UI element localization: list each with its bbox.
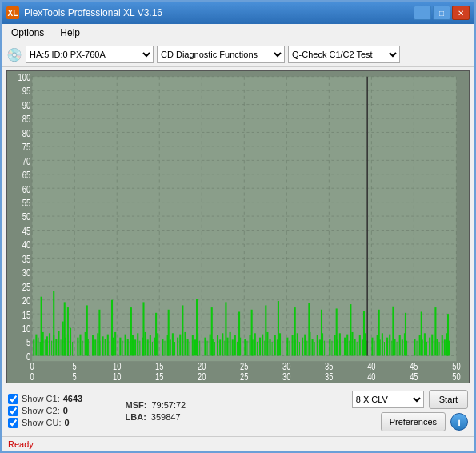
svg-rect-105: [92, 335, 94, 355]
svg-text:35: 35: [325, 371, 333, 382]
status-text: Ready: [8, 439, 34, 449]
start-button[interactable]: Start: [429, 390, 468, 409]
svg-rect-197: [297, 333, 298, 355]
show-c2-checkbox[interactable]: [8, 406, 18, 416]
info-button[interactable]: i: [450, 413, 468, 431]
svg-rect-90: [62, 322, 64, 356]
svg-text:30: 30: [282, 361, 290, 371]
svg-rect-194: [289, 341, 290, 356]
svg-rect-205: [317, 335, 318, 355]
show-cu-value: 0: [65, 418, 97, 427]
svg-rect-245: [406, 341, 407, 356]
svg-text:40: 40: [367, 361, 375, 371]
pref-info-row: Preferences i: [381, 412, 468, 431]
svg-rect-85: [51, 341, 52, 356]
svg-rect-173: [238, 311, 240, 355]
svg-rect-89: [61, 339, 62, 355]
window-controls: — □ ✕: [414, 6, 470, 20]
msf-label: MSF:: [126, 400, 147, 410]
show-c1-checkbox[interactable]: [8, 394, 18, 404]
svg-rect-204: [314, 342, 315, 355]
svg-rect-175: [246, 341, 247, 356]
device-select[interactable]: HA:5 ID:0 PX-760A: [26, 46, 154, 63]
speed-select[interactable]: Max CLV1 X CLV2 X CLV4 X CLV8 X CLV16 X …: [352, 391, 424, 408]
svg-rect-264: [421, 311, 422, 355]
svg-text:55: 55: [22, 198, 30, 208]
svg-rect-169: [237, 342, 238, 355]
svg-rect-128: [145, 332, 146, 356]
svg-rect-162: [219, 339, 221, 355]
close-button[interactable]: ✕: [452, 6, 470, 20]
svg-rect-266: [447, 314, 449, 355]
svg-rect-239: [391, 341, 392, 356]
svg-rect-133: [157, 333, 158, 355]
svg-rect-246: [378, 310, 380, 356]
right-controls: Max CLV1 X CLV2 X CLV4 X CLV8 X CLV16 X …: [352, 390, 468, 431]
svg-rect-155: [196, 299, 198, 355]
svg-rect-228: [336, 308, 338, 355]
svg-text:80: 80: [22, 128, 30, 138]
svg-rect-140: [170, 339, 171, 355]
svg-rect-230: [363, 311, 365, 355]
chart-area: 100 95 90 85 80 75 70 65 60 55 50 45 40 …: [6, 70, 470, 383]
show-c1-group: Show C1: 4643: [8, 394, 97, 404]
svg-text:0: 0: [30, 371, 34, 382]
svg-rect-168: [234, 335, 236, 355]
svg-rect-109: [102, 336, 104, 355]
stats-row: Show C1: 4643 Show C2: 0 Show CU: 0 MSF:: [8, 390, 468, 431]
minimize-button[interactable]: —: [414, 6, 431, 20]
svg-rect-189: [282, 341, 282, 356]
svg-rect-199: [302, 338, 303, 356]
svg-rect-212: [329, 339, 330, 355]
svg-text:25: 25: [22, 281, 30, 291]
test-select[interactable]: Q-Check C1/C2 Test: [288, 46, 400, 63]
svg-rect-255: [429, 338, 430, 356]
svg-rect-237: [386, 338, 388, 356]
svg-rect-106: [94, 339, 96, 355]
svg-rect-179: [257, 342, 258, 355]
svg-rect-138: [164, 341, 165, 356]
svg-rect-157: [207, 341, 208, 356]
svg-rect-111: [107, 335, 109, 356]
svg-rect-208: [324, 341, 325, 356]
svg-rect-180: [259, 338, 261, 356]
svg-rect-116: [98, 310, 100, 356]
svg-rect-150: [194, 339, 196, 355]
svg-rect-253: [424, 333, 426, 355]
svg-rect-214: [334, 335, 336, 355]
menu-help[interactable]: Help: [54, 26, 86, 40]
svg-rect-261: [444, 339, 446, 355]
show-cu-checkbox[interactable]: [8, 418, 18, 428]
svg-text:40: 40: [22, 239, 30, 250]
svg-rect-79: [38, 338, 38, 356]
svg-rect-263: [449, 341, 450, 356]
svg-rect-265: [434, 307, 436, 355]
svg-rect-110: [105, 339, 106, 355]
maximize-button[interactable]: □: [433, 6, 450, 20]
svg-rect-82: [45, 339, 46, 355]
msf-row: MSF: 79:57:72: [126, 400, 186, 410]
svg-text:0: 0: [30, 361, 34, 371]
menu-options[interactable]: Options: [5, 26, 50, 40]
toolbar: 💿 HA:5 ID:0 PX-760A CD Diagnostic Functi…: [2, 42, 474, 67]
svg-rect-114: [114, 332, 116, 356]
svg-rect-200: [304, 335, 306, 356]
svg-text:30: 30: [22, 267, 30, 278]
preferences-button[interactable]: Preferences: [381, 412, 446, 431]
lba-row: LBA: 359847: [126, 412, 186, 422]
svg-text:65: 65: [22, 170, 30, 180]
svg-rect-156: [204, 338, 206, 356]
svg-rect-225: [362, 339, 363, 355]
svg-rect-100: [79, 335, 81, 356]
svg-rect-148: [190, 342, 190, 355]
svg-rect-195: [292, 335, 294, 355]
function-select[interactable]: CD Diagnostic Functions: [157, 46, 285, 63]
svg-text:10: 10: [113, 371, 121, 382]
svg-rect-203: [312, 339, 314, 355]
svg-rect-185: [272, 342, 273, 355]
svg-rect-81: [42, 332, 44, 356]
svg-rect-104: [90, 342, 90, 355]
svg-rect-236: [384, 342, 385, 355]
svg-rect-198: [299, 342, 300, 355]
svg-rect-186: [274, 335, 276, 355]
